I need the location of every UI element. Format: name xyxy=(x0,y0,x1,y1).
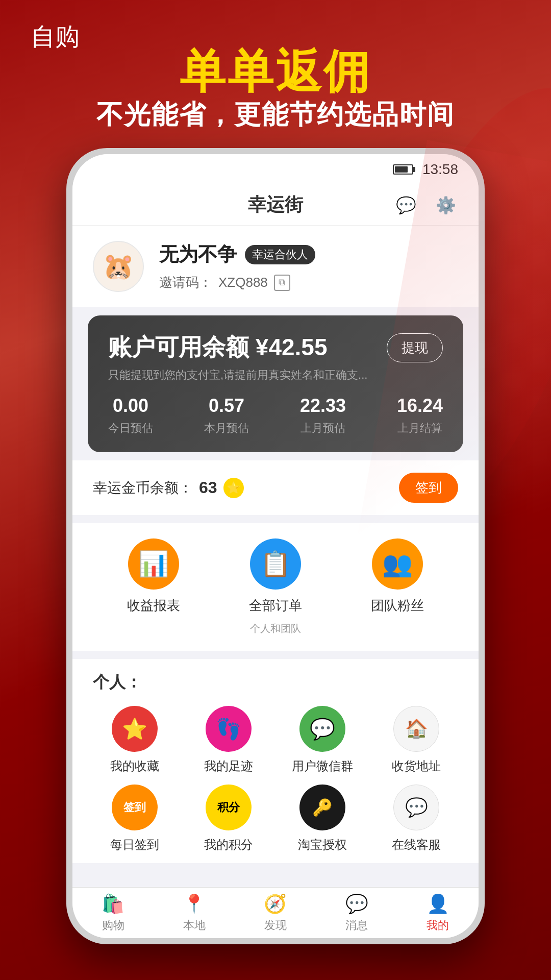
shopping-label: 购物 xyxy=(102,918,124,933)
phone-mockup: 13:58 幸运街 💬 ⚙️ 🐹 xyxy=(66,148,485,944)
main-title: 单单返佣 xyxy=(0,41,551,103)
feature-row: 📊 收益报表 📋 全部订单 个人和团队 👥 团队粉丝 xyxy=(72,523,479,651)
feature-orders[interactable]: 📋 全部订单 个人和团队 xyxy=(249,538,302,635)
messages-label: 消息 xyxy=(345,918,368,933)
copy-icon[interactable]: ⧉ xyxy=(274,275,290,291)
earnings-label: 收益报表 xyxy=(127,597,180,615)
stat-last-month-value: 22.33 xyxy=(300,395,346,416)
messages-icon: 💬 xyxy=(345,893,368,915)
invite-label: 邀请码： xyxy=(159,274,212,291)
orders-icon: 📋 xyxy=(250,538,301,590)
points-icon: 积分 xyxy=(206,785,252,830)
personal-wechat[interactable]: 💬 用户微信群 xyxy=(281,706,364,774)
points-label: 我的积分 xyxy=(204,837,253,853)
wechat-label: 用户微信群 xyxy=(292,758,353,774)
sub-title: 不光能省，更能节约选品时间 xyxy=(0,97,551,133)
stat-last-settle-label: 上月结算 xyxy=(397,421,443,436)
checkin-button[interactable]: 签到 xyxy=(399,473,458,503)
scroll-content: 🐹 无为不争 幸运合伙人 邀请码： XZQ888 ⧉ xyxy=(72,226,479,887)
stat-month-label: 本月预估 xyxy=(204,421,249,436)
background: 自购 单单返佣 不光能省，更能节约选品时间 13:58 幸运街 xyxy=(0,0,551,980)
discover-label: 发现 xyxy=(264,918,287,933)
mine-label: 我的 xyxy=(427,918,449,933)
withdraw-button[interactable]: 提现 xyxy=(387,333,443,362)
coin-section: 幸运金币余额： 63 ⭐ 签到 xyxy=(72,460,479,515)
phone-outer: 13:58 幸运街 💬 ⚙️ 🐹 xyxy=(66,148,485,944)
personal-taobao[interactable]: 🔑 淘宝授权 xyxy=(281,785,364,853)
partner-badge: 幸运合伙人 xyxy=(245,245,315,264)
address-label: 收货地址 xyxy=(392,758,441,774)
balance-note: 只能提现到您的支付宝,请提前用真实姓名和正确支... xyxy=(108,368,443,383)
stat-month-value: 0.57 xyxy=(204,395,249,416)
personal-title: 个人： xyxy=(93,671,458,694)
stat-last-settle: 16.24 上月结算 xyxy=(397,395,443,436)
daily-checkin-icon: 签到 xyxy=(112,785,158,830)
invite-row: 邀请码： XZQ888 ⧉ xyxy=(159,274,458,291)
coin-left: 幸运金币余额： 63 ⭐ xyxy=(93,478,244,498)
mine-icon: 👤 xyxy=(427,893,449,915)
footprint-icon: 👣 xyxy=(206,706,252,752)
address-icon: 🏠 xyxy=(393,706,439,752)
profile-info: 无为不争 幸运合伙人 邀请码： XZQ888 ⧉ xyxy=(159,241,458,291)
profile-name: 无为不争 xyxy=(159,241,237,267)
stat-today: 0.00 今日预估 xyxy=(108,395,153,436)
favorites-label: 我的收藏 xyxy=(110,758,159,774)
nav-discover[interactable]: 🧭 发现 xyxy=(264,893,287,933)
personal-footprint[interactable]: 👣 我的足迹 xyxy=(187,706,270,774)
feature-team[interactable]: 👥 团队粉丝 xyxy=(371,538,424,635)
bottom-nav: 🛍️ 购物 📍 本地 🧭 发现 💬 消息 xyxy=(72,887,479,938)
nav-messages[interactable]: 💬 消息 xyxy=(345,893,368,933)
balance-header: 账户可用余额 ¥42.55 提现 xyxy=(108,332,443,363)
coin-count: 63 xyxy=(199,478,217,497)
nav-mine[interactable]: 👤 我的 xyxy=(427,893,449,933)
stat-last-month-label: 上月预估 xyxy=(300,421,346,436)
battery-icon xyxy=(393,164,413,175)
shopping-icon: 🛍️ xyxy=(102,893,124,915)
service-icon: 💬 xyxy=(393,785,439,830)
earnings-icon: 📊 xyxy=(128,538,179,590)
avatar: 🐹 xyxy=(93,241,144,292)
coin-label: 幸运金币余额： xyxy=(93,478,193,498)
feature-earnings[interactable]: 📊 收益报表 xyxy=(127,538,180,635)
app-title: 幸运街 xyxy=(248,192,303,217)
top-nav: 幸运街 💬 ⚙️ xyxy=(72,185,479,226)
status-bar: 13:58 xyxy=(72,154,479,185)
personal-daily-checkin[interactable]: 签到 每日签到 xyxy=(93,785,177,853)
status-time: 13:58 xyxy=(422,161,458,178)
orders-label: 全部订单 xyxy=(249,597,302,615)
taobao-icon: 🔑 xyxy=(299,785,345,830)
wechat-icon: 💬 xyxy=(299,706,345,752)
nav-shopping[interactable]: 🛍️ 购物 xyxy=(102,893,124,933)
daily-checkin-label: 每日签到 xyxy=(110,837,159,853)
personal-service[interactable]: 💬 在线客服 xyxy=(374,785,458,853)
team-icon: 👥 xyxy=(372,538,423,590)
balance-card: 账户可用余额 ¥42.55 提现 只能提现到您的支付宝,请提前用真实姓名和正确支… xyxy=(88,315,463,452)
balance-amount: 账户可用余额 ¥42.55 xyxy=(108,334,328,360)
stat-today-label: 今日预估 xyxy=(108,421,153,436)
personal-icon-grid: ⭐ 我的收藏 👣 我的足迹 💬 用户微信群 xyxy=(93,706,458,863)
stat-month: 0.57 本月预估 xyxy=(204,395,249,436)
profile-section: 🐹 无为不争 幸运合伙人 邀请码： XZQ888 ⧉ xyxy=(72,226,479,307)
battery-fill xyxy=(395,166,408,173)
personal-favorites[interactable]: ⭐ 我的收藏 xyxy=(93,706,177,774)
personal-points[interactable]: 积分 我的积分 xyxy=(187,785,270,853)
personal-address[interactable]: 🏠 收货地址 xyxy=(374,706,458,774)
nav-icons: 💬 ⚙️ xyxy=(394,193,458,217)
balance-title-amount: 账户可用余额 ¥42.55 xyxy=(108,332,328,363)
invite-code: XZQ888 xyxy=(218,275,268,290)
stat-last-settle-value: 16.24 xyxy=(397,395,443,416)
message-nav-icon[interactable]: 💬 xyxy=(394,193,418,217)
service-label: 在线客服 xyxy=(392,837,441,853)
stat-today-value: 0.00 xyxy=(108,395,153,416)
team-label: 团队粉丝 xyxy=(371,597,424,615)
local-icon: 📍 xyxy=(183,893,206,915)
taobao-label: 淘宝授权 xyxy=(298,837,347,853)
balance-stats: 0.00 今日预估 0.57 本月预估 22.33 上月预估 xyxy=(108,395,443,436)
footprint-label: 我的足迹 xyxy=(204,758,253,774)
favorites-icon: ⭐ xyxy=(112,706,158,752)
local-label: 本地 xyxy=(183,918,206,933)
stat-last-month: 22.33 上月预估 xyxy=(300,395,346,436)
nav-local[interactable]: 📍 本地 xyxy=(183,893,206,933)
settings-nav-icon[interactable]: ⚙️ xyxy=(434,193,458,217)
personal-section: 个人： ⭐ 我的收藏 👣 我的足迹 💬 xyxy=(72,659,479,863)
